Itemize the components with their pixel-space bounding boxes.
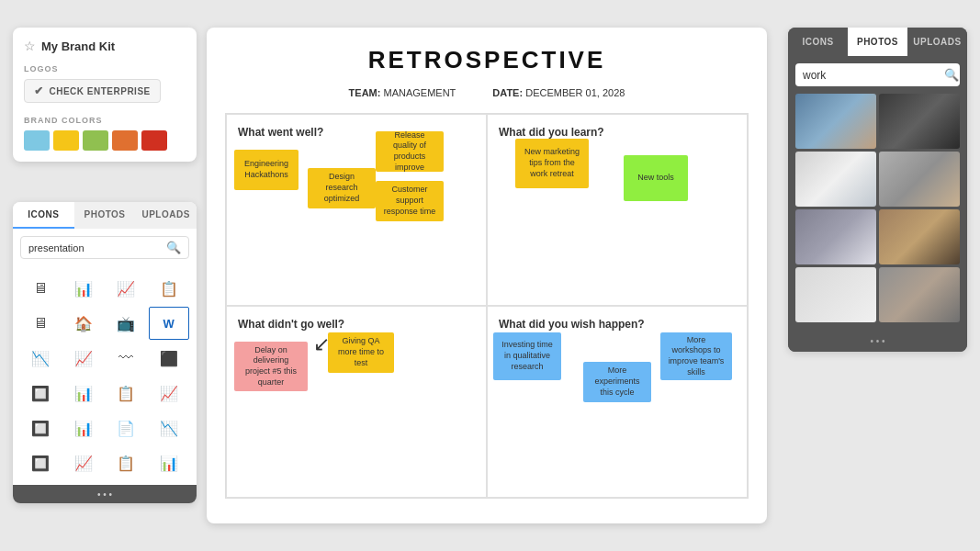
icons-panel-footer: • • •	[13, 485, 197, 503]
icon-cell[interactable]: 📄	[106, 411, 147, 444]
cursor-arrow: ↙	[313, 332, 330, 356]
tab-icons[interactable]: ICONS	[13, 202, 74, 229]
right-search-button[interactable]: 🔍	[944, 68, 959, 82]
brand-kit-panel: ☆ My Brand Kit LOGOS ✔ CHECK ENTERPRISE …	[13, 28, 197, 162]
icon-cell[interactable]: 🔲	[20, 446, 62, 479]
board-meta: TEAM: MANAGEMENT DATE: DECEMBER 01, 2028	[225, 87, 749, 98]
icon-cell[interactable]: 📊	[63, 377, 105, 410]
tab-uploads[interactable]: UPLOADS	[135, 202, 197, 229]
right-panel: ICONS PHOTOS UPLOADS 🔍 • • •	[788, 28, 967, 352]
brand-colors-label: BRAND COLORS	[24, 116, 186, 125]
photo-cell[interactable]	[879, 94, 960, 149]
sticky-note[interactable]: New tools	[624, 155, 688, 201]
tab-photos[interactable]: PHOTOS	[74, 202, 136, 229]
icons-search-input[interactable]	[28, 242, 163, 253]
icon-cell[interactable]: 📉	[149, 411, 190, 444]
logos-label: LOGOS	[24, 64, 186, 73]
icon-cell[interactable]: 📋	[106, 446, 147, 479]
quadrant-went-well: What went well? Engineering Hackathons D…	[226, 114, 487, 306]
icon-cell[interactable]: W	[149, 307, 190, 340]
sticky-note[interactable]: More experiments this cycle	[583, 362, 651, 402]
quadrant-title-q4: What did you wish happen?	[499, 318, 736, 331]
quadrant-wish-happen: What did you wish happen? Investing time…	[487, 306, 748, 498]
right-tab-photos[interactable]: PHOTOS	[848, 28, 907, 56]
photos-grid	[788, 94, 967, 330]
photo-cell[interactable]	[879, 267, 960, 322]
sticky-note[interactable]: New marketing tips from the work retreat	[515, 139, 589, 188]
icon-cell[interactable]: 〰	[106, 342, 147, 375]
photo-cell[interactable]	[879, 152, 960, 207]
photo-cell[interactable]	[795, 94, 876, 149]
main-board: RETROSPECTIVE TEAM: MANAGEMENT DATE: DEC…	[207, 28, 767, 523]
sticky-note[interactable]: Release quality of products improve	[376, 131, 444, 172]
icon-cell[interactable]: 📈	[63, 342, 105, 375]
quadrant-title-q2: What did you learn?	[499, 126, 736, 139]
board-title: RETROSPECTIVE	[225, 46, 749, 74]
sticky-note[interactable]: Customer support response time	[376, 181, 444, 221]
icon-cell[interactable]: 📋	[106, 377, 147, 410]
right-tab-icons[interactable]: ICONS	[788, 28, 848, 56]
icon-cell[interactable]: 📋	[149, 272, 190, 305]
icon-cell[interactable]: 📈	[106, 272, 147, 305]
date-meta: DATE: DECEMBER 01, 2028	[492, 87, 625, 98]
icon-cell[interactable]: 📈	[149, 377, 190, 410]
team-label: TEAM:	[349, 87, 381, 98]
icons-panel: ICONS PHOTOS UPLOADS 🔍 🖥 📊 📈 📋 🖥 🏠 📺 W 📉…	[13, 202, 197, 503]
icon-cell[interactable]: 📊	[63, 272, 105, 305]
date-label: DATE:	[492, 87, 523, 98]
icon-cell[interactable]: 🖥	[20, 272, 62, 305]
icon-cell[interactable]: 📊	[149, 446, 190, 479]
color-swatch-orange[interactable]	[112, 130, 138, 151]
footer-dots: • • •	[97, 489, 112, 500]
right-panel-footer: • • •	[788, 330, 967, 352]
logos-section: LOGOS ✔ CHECK ENTERPRISE	[24, 64, 186, 103]
check-enterprise-button[interactable]: ✔ CHECK ENTERPRISE	[24, 79, 161, 103]
icons-tabs-row: ICONS PHOTOS UPLOADS	[13, 202, 197, 229]
icon-cell[interactable]: 🖥	[20, 307, 62, 340]
sticky-note[interactable]: More workshops to improve team's skills	[660, 332, 732, 380]
color-swatch-blue[interactable]	[24, 130, 50, 151]
brand-colors-section: BRAND COLORS	[24, 116, 186, 151]
sticky-note[interactable]: Engineering Hackathons	[234, 150, 299, 190]
icon-cell[interactable]: 📈	[63, 446, 105, 479]
right-tab-uploads[interactable]: UPLOADS	[907, 28, 967, 56]
right-footer-label: • • •	[870, 336, 884, 346]
quadrant-title-q3: What didn't go well?	[238, 318, 475, 331]
right-search-input[interactable]	[803, 69, 941, 82]
icon-cell[interactable]: 📺	[106, 307, 147, 340]
right-search-row: 🔍	[795, 63, 960, 86]
icon-cell[interactable]: 🔲	[20, 377, 62, 410]
photo-cell[interactable]	[795, 152, 876, 207]
team-value: MANAGEMENT	[383, 87, 456, 98]
icons-grid: 🖥 📊 📈 📋 🖥 🏠 📺 W 📉 📈 〰 ⬛ 🔲 📊 📋 📈 🔲 📊 📄 📉 …	[13, 266, 197, 485]
color-swatches	[24, 130, 186, 151]
star-icon: ☆	[24, 39, 36, 53]
brand-kit-header: ☆ My Brand Kit	[24, 39, 186, 53]
color-swatch-green[interactable]	[83, 130, 108, 151]
photo-cell[interactable]	[879, 209, 960, 264]
icon-cell[interactable]: 📉	[20, 342, 62, 375]
quadrant-learn: What did you learn? New marketing tips f…	[487, 114, 748, 306]
right-tabs-row: ICONS PHOTOS UPLOADS	[788, 28, 967, 56]
date-value: DECEMBER 01, 2028	[525, 87, 625, 98]
sticky-note[interactable]: Investing time in qualitative research	[493, 332, 561, 380]
icon-cell[interactable]: 🔲	[20, 411, 62, 444]
icons-search-button[interactable]: 🔍	[166, 241, 181, 254]
icons-search-row: 🔍	[20, 236, 189, 259]
check-icon: ✔	[34, 84, 44, 97]
quadrant-didnt-go-well: What didn't go well? ↙ Delay on deliveri…	[226, 306, 487, 498]
color-swatch-red[interactable]	[141, 130, 167, 151]
sticky-note[interactable]: Giving QA more time to test	[328, 332, 394, 373]
team-meta: TEAM: MANAGEMENT	[349, 87, 456, 98]
board-quadrants: What went well? Engineering Hackathons D…	[225, 113, 749, 499]
icon-cell[interactable]: 🏠	[63, 307, 105, 340]
sticky-note[interactable]: Delay on delivering project #5 this quar…	[234, 342, 308, 391]
enterprise-label: CHECK ENTERPRISE	[50, 86, 151, 96]
sticky-note[interactable]: Design research optimized	[308, 168, 376, 208]
brand-kit-title: My Brand Kit	[41, 39, 115, 53]
icon-cell[interactable]: ⬛	[149, 342, 190, 375]
icon-cell[interactable]: 📊	[63, 411, 105, 444]
photo-cell[interactable]	[795, 267, 876, 322]
photo-cell[interactable]	[795, 209, 876, 264]
color-swatch-yellow[interactable]	[53, 130, 79, 151]
